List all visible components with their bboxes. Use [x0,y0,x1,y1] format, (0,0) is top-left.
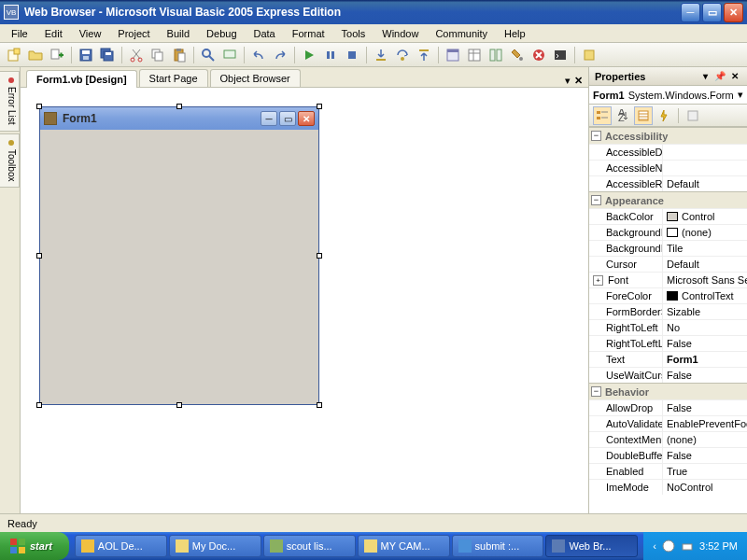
resize-handle-ne[interactable] [317,104,322,109]
property-value[interactable]: No [662,320,747,335]
resize-handle-nw[interactable] [36,104,42,109]
find-button[interactable] [198,45,218,65]
menu-edit[interactable]: Edit [37,26,70,41]
redo-button[interactable] [270,45,290,65]
property-row[interactable]: ImeModeNoControl [589,479,747,495]
taskbar-item[interactable]: AOL De... [75,535,167,557]
property-row[interactable]: FormBorderStyleSizable [589,303,747,319]
resize-handle-sw[interactable] [36,402,42,408]
paste-button[interactable] [169,45,190,65]
menu-community[interactable]: Community [428,26,495,41]
expand-collapse-icon[interactable]: − [591,131,601,141]
menu-project[interactable]: Project [110,26,157,41]
property-value[interactable]: False [662,400,747,415]
tray-network-icon[interactable] [681,539,694,553]
properties-button[interactable] [634,106,653,125]
break-button[interactable] [320,45,341,65]
property-value[interactable]: False [662,336,747,351]
property-row[interactable]: RightToLeftLayoutFalse [589,335,747,351]
property-row[interactable]: ForeColorControlText [589,287,747,303]
property-value[interactable]: Sizable [662,304,747,319]
document-tab[interactable]: Start Page [139,69,208,87]
property-row[interactable]: TextForm1 [589,351,747,367]
properties-pin-button[interactable]: 📌 [713,70,726,83]
menu-build[interactable]: Build [160,26,197,41]
property-value[interactable]: Tile [662,241,747,256]
sidebar-tab-error-list[interactable]: Error List [0,71,20,132]
open-button[interactable] [25,45,46,65]
properties-grid[interactable]: −AccessibilityAccessibleDescriptionAcces… [589,127,747,513]
property-value[interactable]: (none) [662,225,747,240]
add-item-button[interactable] [47,45,67,65]
start-button[interactable]: start [0,532,69,560]
resize-handle-n[interactable] [176,104,182,109]
properties-dropdown-button[interactable]: ▾ [698,70,712,83]
property-value[interactable]: Default [662,176,747,191]
property-row[interactable]: UseWaitCursorFalse [589,367,747,383]
step-out-button[interactable] [414,45,434,65]
property-value[interactable]: Form1 [662,352,747,367]
error-list-button[interactable] [529,45,549,65]
step-over-button[interactable] [392,45,413,65]
copy-button[interactable] [148,45,168,65]
property-value[interactable]: EnablePreventFocusChange [662,416,747,431]
document-tab[interactable]: Form1.vb [Design] [26,70,137,88]
form-designer[interactable]: Form1 ─ ▭ ✕ [39,106,319,405]
property-category[interactable]: −Accessibility [589,127,747,144]
property-category[interactable]: −Appearance [589,191,747,208]
stop-button[interactable] [342,45,362,65]
menu-window[interactable]: Window [374,26,426,41]
property-row[interactable]: EnabledTrue [589,463,747,479]
property-value[interactable] [662,161,747,175]
property-pages-button[interactable] [684,106,702,125]
property-value[interactable]: Control [662,209,747,224]
property-row[interactable]: AccessibleDescription [589,144,747,160]
undo-button[interactable] [248,45,269,65]
maximize-button[interactable]: ▭ [702,3,722,22]
menu-debug[interactable]: Debug [199,26,244,41]
object-browser-button[interactable] [486,45,506,65]
menu-tools[interactable]: Tools [334,26,374,41]
immediate-window-button[interactable] [550,45,571,65]
properties-window-button[interactable] [464,45,485,65]
start-debug-button[interactable] [299,45,319,65]
expand-collapse-icon[interactable]: − [591,195,601,205]
tab-dropdown-button[interactable]: ▾ [565,75,571,87]
comment-button[interactable] [219,45,240,65]
system-tray[interactable]: ‹ 3:52 PM [643,532,747,560]
resize-handle-se[interactable] [317,402,322,408]
property-value[interactable]: Microsoft Sans Serif [662,273,747,287]
property-row[interactable]: BackColorControl [589,208,747,224]
close-button[interactable]: ✕ [724,3,743,22]
categorized-button[interactable] [593,106,612,125]
document-tab[interactable]: Object Browser [210,69,301,87]
property-value[interactable]: ControlText [662,288,747,303]
tab-close-button[interactable]: ✕ [574,75,583,87]
menu-format[interactable]: Format [285,26,332,41]
property-value[interactable]: NoControl [662,480,747,495]
taskbar-item[interactable]: My Doc... [169,535,261,557]
toolbox-button[interactable] [507,45,528,65]
property-row[interactable]: ContextMenuStrip(none) [589,431,747,447]
property-category[interactable]: −Behavior [589,383,747,399]
menu-view[interactable]: View [72,26,109,41]
tray-arrow-icon[interactable]: ‹ [653,540,656,552]
property-row[interactable]: CursorDefault [589,256,747,272]
property-value[interactable]: False [662,368,747,383]
expand-collapse-icon[interactable]: − [591,386,601,397]
property-value[interactable]: True [662,464,747,479]
property-row[interactable]: DoubleBufferedFalse [589,447,747,463]
properties-object-selector[interactable]: Form1System.Windows.Form ▾ [589,86,747,105]
extension-button[interactable] [579,45,599,65]
resize-handle-w[interactable] [36,253,42,259]
menu-data[interactable]: Data [247,26,283,41]
step-into-button[interactable] [371,45,391,65]
form-client-area[interactable] [40,130,318,404]
design-surface[interactable]: Form1 ─ ▭ ✕ [21,88,588,513]
save-all-button[interactable] [97,45,118,65]
menu-help[interactable]: Help [497,26,533,41]
taskbar-item[interactable]: scout lis... [263,535,356,557]
taskbar-item[interactable]: Web Br... [545,535,638,557]
tray-volume-icon[interactable] [662,539,675,553]
properties-close-button[interactable]: ✕ [728,70,741,83]
